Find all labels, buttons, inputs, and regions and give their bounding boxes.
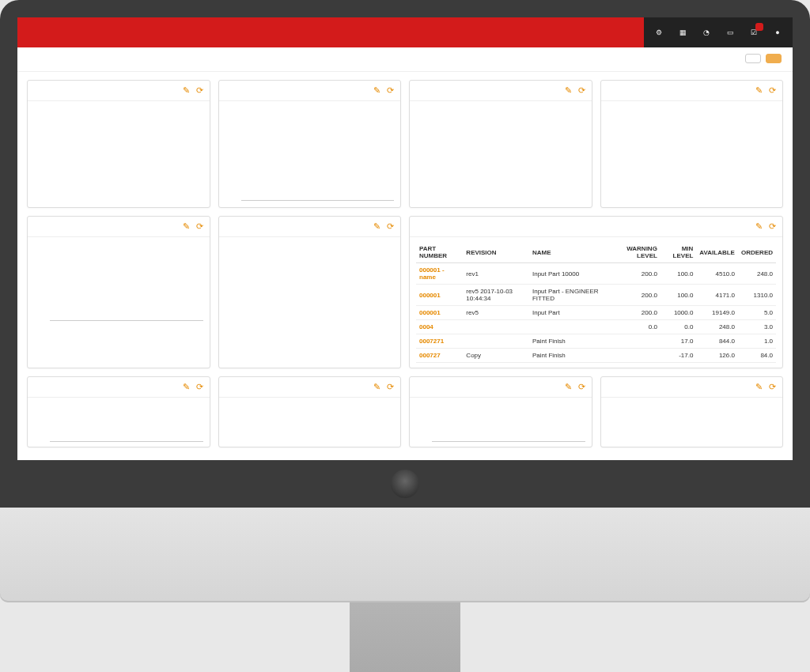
refresh-icon[interactable]: ⟳ xyxy=(769,221,776,232)
bar-chart xyxy=(34,402,203,442)
edit-icon[interactable]: ✎ xyxy=(755,85,763,96)
edit-icon[interactable]: ✎ xyxy=(565,85,572,96)
table-row[interactable]: 000001 rev5 Input Part 200.0 1000.0 1914… xyxy=(416,306,776,320)
table-row[interactable]: 000001 rev5 2017-10-03 10:44:34 Input Pa… xyxy=(416,285,776,306)
table-row[interactable]: 000727 Copy Paint Finish -17.0 126.0 84.… xyxy=(416,349,776,363)
edit-icon[interactable]: ✎ xyxy=(565,382,572,392)
table-header: MIN LEVEL xyxy=(660,242,697,263)
widget-purchase-order-values: ✎⟳ xyxy=(600,80,784,208)
refresh-icon[interactable]: ⟳ xyxy=(578,85,585,96)
table-header: ORDERED xyxy=(738,242,776,263)
bar-chart xyxy=(34,242,203,321)
table-row[interactable]: 0004 0.0 0.0 248.0 3.0 xyxy=(416,320,776,334)
clock-icon[interactable]: ◔ xyxy=(699,25,713,40)
table-header: REVISION xyxy=(463,242,529,263)
edit-icon[interactable]: ✎ xyxy=(755,382,763,392)
widget-so-profitability: ✎⟳ xyxy=(600,376,784,447)
dashboard-grid: ✎⟳ ✎⟳ xyxy=(17,72,793,460)
reload-all-button[interactable] xyxy=(745,54,761,63)
nav-utility: ⚙ ▦ ◔ ▭ ☑ ● xyxy=(644,17,793,47)
edit-icon[interactable]: ✎ xyxy=(183,85,190,96)
part-number: 000001 xyxy=(416,306,463,320)
widget-total-sales-month: ✎⟳ xyxy=(218,80,402,208)
chat-icon[interactable]: ▭ xyxy=(723,25,737,40)
table-header: NAME xyxy=(529,242,608,263)
edit-icon[interactable]: ✎ xyxy=(183,221,190,232)
page-header xyxy=(17,47,793,72)
part-number: 0007271 xyxy=(416,334,463,349)
tasks-badge xyxy=(755,23,763,31)
refresh-icon[interactable]: ⟳ xyxy=(769,382,776,392)
widget-reps-quote: ✎⟳ xyxy=(218,216,402,368)
widget-dmp-quoted: ✎⟳ xyxy=(409,376,592,447)
refresh-icon[interactable]: ⟳ xyxy=(196,382,203,392)
part-number: 000727 xyxy=(416,349,463,363)
table-row[interactable]: 000001 - name rev1 Input Part 10000 200.… xyxy=(416,263,776,285)
top-nav: ⚙ ▦ ◔ ▭ ☑ ● xyxy=(17,17,793,47)
tasks-icon[interactable]: ☑ xyxy=(747,25,761,40)
widget-below-warning: ✎⟳ PART NUMBERREVISIONNAMEWARNING LEVELM… xyxy=(409,216,783,368)
table-row[interactable]: 0007271 Paint Finish 17.0 844.0 1.0 xyxy=(416,334,776,349)
refresh-icon[interactable]: ⟳ xyxy=(387,382,394,392)
table-header: PART NUMBER xyxy=(416,242,463,263)
widget-acme-12m: ✎⟳ xyxy=(27,376,210,447)
bar-chart xyxy=(225,106,395,201)
refresh-icon[interactable]: ⟳ xyxy=(387,221,394,232)
table-header: AVAILABLE xyxy=(696,242,738,263)
refresh-icon[interactable]: ⟳ xyxy=(769,85,776,96)
widget-job-card-status: ✎⟳ xyxy=(409,80,592,208)
refresh-icon[interactable]: ⟳ xyxy=(578,382,585,392)
edit-icon[interactable]: ✎ xyxy=(373,221,380,232)
edit-icon[interactable]: ✎ xyxy=(373,382,380,392)
edit-icon[interactable]: ✎ xyxy=(373,85,380,96)
widget-team-tasks: ✎⟳ xyxy=(218,376,402,447)
refresh-icon[interactable]: ⟳ xyxy=(196,221,203,232)
app-screen: ⚙ ▦ ◔ ▭ ☑ ● xyxy=(17,17,793,460)
parts-table: PART NUMBERREVISIONNAMEWARNING LEVELMIN … xyxy=(416,242,776,363)
help-icon[interactable]: ⚙ xyxy=(652,25,666,40)
edit-icon[interactable]: ✎ xyxy=(183,382,190,392)
widget-sales-order-totals: ✎⟳ xyxy=(27,80,210,208)
user-icon[interactable]: ● xyxy=(770,25,785,40)
bar-chart xyxy=(416,402,585,442)
calendar-icon[interactable]: ▦ xyxy=(676,25,690,40)
edit-icon[interactable]: ✎ xyxy=(755,221,763,232)
monitor-logo xyxy=(391,470,419,498)
table-header: WARNING LEVEL xyxy=(608,242,660,263)
refresh-icon[interactable]: ⟳ xyxy=(387,85,394,96)
part-number: 000001 - name xyxy=(416,263,463,285)
part-number: 0004 xyxy=(416,320,463,334)
part-number: 000001 xyxy=(416,285,463,306)
widget-orders-dmp: ✎⟳ xyxy=(27,216,210,368)
add-widget-button[interactable] xyxy=(766,54,782,63)
refresh-icon[interactable]: ⟳ xyxy=(196,85,203,96)
